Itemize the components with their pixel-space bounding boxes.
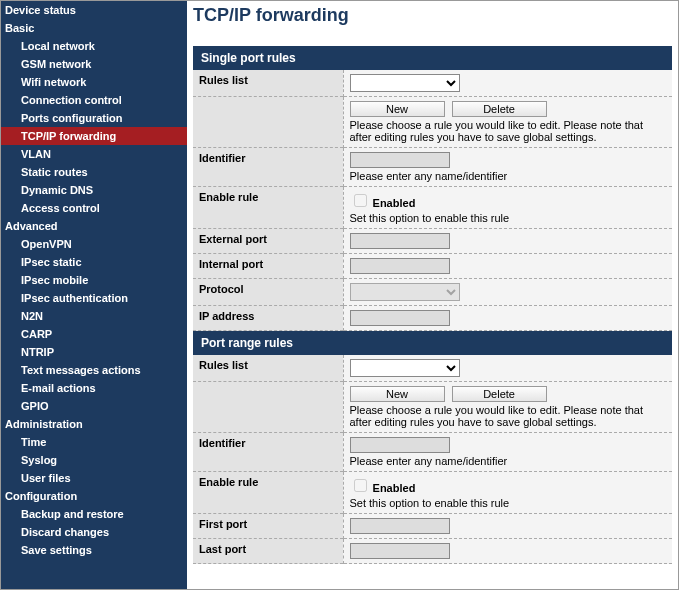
label-rules-list: Rules list: [193, 70, 343, 97]
help-range-enable: Set this option to enable this rule: [350, 497, 667, 509]
sidebar-item-save-settings[interactable]: Save settings: [1, 541, 187, 559]
checkbox-range-enable[interactable]: [354, 479, 367, 492]
input-external-port[interactable]: [350, 233, 450, 249]
help-single-identifier: Please enter any name/identifier: [350, 170, 667, 182]
label-first-port: First port: [193, 514, 343, 539]
sidebar-item-discard-changes[interactable]: Discard changes: [1, 523, 187, 541]
sidebar-item-carp[interactable]: CARP: [1, 325, 187, 343]
help-range-rules-list: Please choose a rule you would like to e…: [350, 404, 667, 428]
sidebar-item-time[interactable]: Time: [1, 433, 187, 451]
sidebar-item-advanced[interactable]: Advanced: [1, 217, 187, 235]
sidebar-item-ntrip[interactable]: NTRIP: [1, 343, 187, 361]
label-last-port: Last port: [193, 539, 343, 564]
sidebar-item-text-messages-actions[interactable]: Text messages actions: [1, 361, 187, 379]
sidebar-item-basic[interactable]: Basic: [1, 19, 187, 37]
sidebar-item-ipsec-authentication[interactable]: IPsec authentication: [1, 289, 187, 307]
label-range-enable: Enable rule: [193, 472, 343, 514]
input-internal-port[interactable]: [350, 258, 450, 274]
help-single-rules-list: Please choose a rule you would like to e…: [350, 119, 667, 143]
sidebar-item-static-routes[interactable]: Static routes: [1, 163, 187, 181]
enabled-label-range: Enabled: [373, 482, 416, 494]
port-range-form: Rules list New Delete Please choose a ru…: [193, 355, 672, 564]
label-external-port: External port: [193, 229, 343, 254]
single-port-form: Rules list New Delete Please choose a ru…: [193, 70, 672, 331]
select-protocol[interactable]: [350, 283, 460, 301]
select-single-rules-list[interactable]: [350, 74, 460, 92]
sidebar-item-backup-and-restore[interactable]: Backup and restore: [1, 505, 187, 523]
sidebar-item-gpio[interactable]: GPIO: [1, 397, 187, 415]
sidebar-item-device-status[interactable]: Device status: [1, 1, 187, 19]
label-identifier: Identifier: [193, 148, 343, 187]
page-title: TCP/IP forwarding: [193, 5, 672, 26]
main-content: TCP/IP forwarding Single port rules Rule…: [187, 1, 678, 589]
new-button-single[interactable]: New: [350, 101, 445, 117]
sidebar-item-user-files[interactable]: User files: [1, 469, 187, 487]
delete-button-single[interactable]: Delete: [452, 101, 547, 117]
sidebar-item-ports-configuration[interactable]: Ports configuration: [1, 109, 187, 127]
sidebar-item-tcp-ip-forwarding[interactable]: TCP/IP forwarding: [1, 127, 187, 145]
sidebar-item-connection-control[interactable]: Connection control: [1, 91, 187, 109]
sidebar-item-configuration[interactable]: Configuration: [1, 487, 187, 505]
sidebar-item-gsm-network[interactable]: GSM network: [1, 55, 187, 73]
delete-button-range[interactable]: Delete: [452, 386, 547, 402]
new-button-range[interactable]: New: [350, 386, 445, 402]
sidebar-item-local-network[interactable]: Local network: [1, 37, 187, 55]
input-single-identifier[interactable]: [350, 152, 450, 168]
sidebar-item-vlan[interactable]: VLAN: [1, 145, 187, 163]
sidebar-item-n2n[interactable]: N2N: [1, 307, 187, 325]
help-single-enable: Set this option to enable this rule: [350, 212, 667, 224]
sidebar-item-access-control[interactable]: Access control: [1, 199, 187, 217]
sidebar-item-syslog[interactable]: Syslog: [1, 451, 187, 469]
label-protocol: Protocol: [193, 279, 343, 306]
sidebar-item-ipsec-static[interactable]: IPsec static: [1, 253, 187, 271]
label-range-identifier: Identifier: [193, 433, 343, 472]
section-range-heading: Port range rules: [193, 331, 672, 355]
section-single-heading: Single port rules: [193, 46, 672, 70]
help-range-identifier: Please enter any name/identifier: [350, 455, 667, 467]
sidebar-item-administration[interactable]: Administration: [1, 415, 187, 433]
enabled-label-single: Enabled: [373, 197, 416, 209]
sidebar-item-wifi-network[interactable]: Wifi network: [1, 73, 187, 91]
sidebar-item-dynamic-dns[interactable]: Dynamic DNS: [1, 181, 187, 199]
sidebar-item-ipsec-mobile[interactable]: IPsec mobile: [1, 271, 187, 289]
input-first-port[interactable]: [350, 518, 450, 534]
label-ip-address: IP address: [193, 306, 343, 331]
label-enable-rule: Enable rule: [193, 187, 343, 229]
input-range-identifier[interactable]: [350, 437, 450, 453]
label-range-rules-list: Rules list: [193, 355, 343, 382]
input-last-port[interactable]: [350, 543, 450, 559]
input-ip-address[interactable]: [350, 310, 450, 326]
select-range-rules-list[interactable]: [350, 359, 460, 377]
label-internal-port: Internal port: [193, 254, 343, 279]
sidebar-item-e-mail-actions[interactable]: E-mail actions: [1, 379, 187, 397]
checkbox-single-enable[interactable]: [354, 194, 367, 207]
sidebar: Device statusBasicLocal networkGSM netwo…: [1, 1, 187, 589]
sidebar-item-openvpn[interactable]: OpenVPN: [1, 235, 187, 253]
